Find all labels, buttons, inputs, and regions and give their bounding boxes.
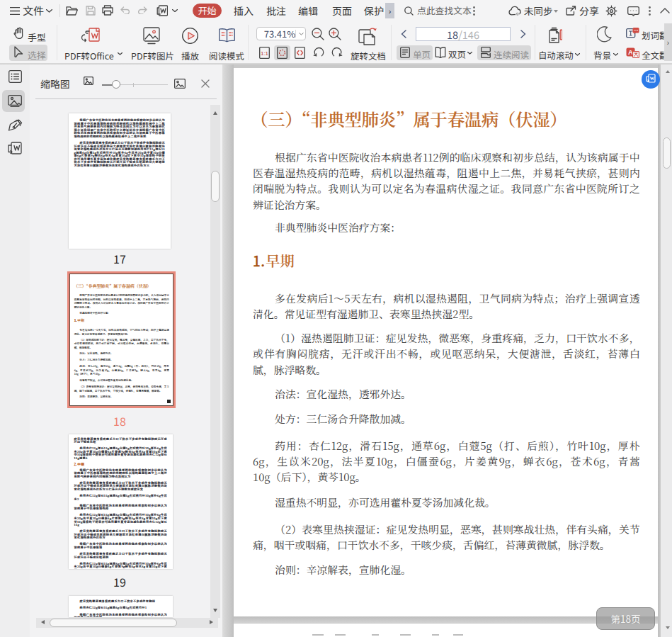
svg-text:1:1: 1:1 <box>261 50 269 56</box>
